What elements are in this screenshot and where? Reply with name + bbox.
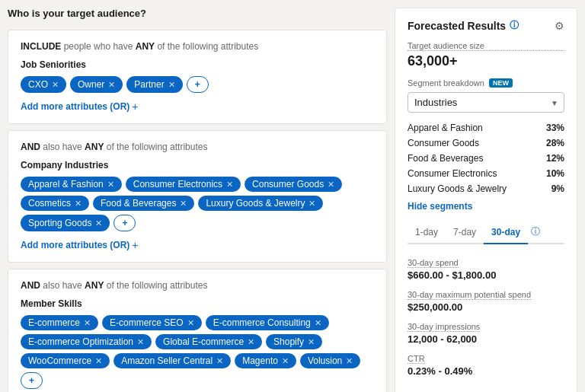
remove-ecommerce-consulting-icon[interactable]: ✕	[315, 318, 321, 328]
remove-sporting-icon[interactable]: ✕	[95, 218, 102, 228]
tab-30-day[interactable]: 30-day	[484, 221, 528, 244]
remove-apparel-icon[interactable]: ✕	[107, 180, 114, 190]
tag-cosmetics[interactable]: Cosmetics ✕	[21, 196, 89, 211]
card-job-seniorities: INCLUDE people who have ANY of the follo…	[8, 30, 387, 124]
add-attributes-or-btn-2[interactable]: Add more attributes (OR) +	[21, 239, 139, 251]
hide-segments-button[interactable]: Hide segments	[408, 201, 564, 212]
stat-label-ctr: CTR	[408, 354, 425, 364]
remove-owner-icon[interactable]: ✕	[108, 80, 115, 90]
segment-row-luxury: Luxury Goods & Jewelry 9%	[408, 181, 564, 196]
tag-partner[interactable]: Partner ✕	[126, 76, 182, 93]
member-skills-tags: E-commerce ✕ E-commerce SEO ✕ E-commerce…	[21, 315, 374, 389]
remove-luxury-icon[interactable]: ✕	[308, 199, 315, 209]
add-attributes-or-btn-1[interactable]: Add more attributes (OR) +	[21, 100, 139, 113]
tag-sporting-goods[interactable]: Sporting Goods ✕	[21, 215, 110, 231]
remove-consumer-elec-icon[interactable]: ✕	[226, 180, 233, 190]
remove-volusion-icon[interactable]: ✕	[346, 356, 353, 366]
stat-value-impressions: 12,000 - 62,000	[408, 333, 564, 345]
tag-consumer-electronics[interactable]: Consumer Electronics ✕	[126, 177, 241, 192]
remove-ecommerce-opt-icon[interactable]: ✕	[137, 337, 144, 347]
tab-7-day[interactable]: 7-day	[446, 221, 484, 244]
tag-ecommerce-optimization[interactable]: E-commerce Optimization ✕	[21, 334, 152, 349]
stats-list: 30-day spend $660.00 - $1,800.00 30-day …	[408, 252, 564, 380]
forecasted-title: Forecasted Results ⓘ	[408, 19, 519, 32]
remove-partner-icon[interactable]: ✕	[168, 80, 175, 90]
stat-label-impressions: 30-day impressions	[408, 322, 480, 332]
stat-label-max-spend: 30-day maximum potential spend	[408, 290, 531, 300]
segment-dropdown[interactable]: Industries Member Skills Job Seniority	[408, 92, 564, 113]
segment-row-food-bev: Food & Beverages 12%	[408, 151, 564, 166]
left-panel: Who is your target audience? INCLUDE peo…	[8, 8, 387, 392]
tabs-row: 1-day 7-day 30-day ⓘ	[408, 221, 564, 244]
segment-dropdown-wrap[interactable]: Industries Member Skills Job Seniority ▼	[408, 92, 564, 113]
tag-shopify[interactable]: Shopify ✕	[266, 334, 322, 349]
tag-amazon-seller[interactable]: Amazon Seller Central ✕	[113, 353, 231, 368]
company-industries-tags: Apparel & Fashion ✕ Consumer Electronics…	[21, 177, 374, 231]
add-plus-icon-1: +	[132, 100, 138, 113]
page-question: Who is your target audience?	[8, 8, 387, 19]
segment-list: Apparel & Fashion 33% Consumer Goods 28%…	[408, 120, 564, 196]
remove-magento-icon[interactable]: ✕	[282, 356, 289, 366]
remove-ecommerce-icon[interactable]: ✕	[84, 318, 91, 328]
add-seniority-tag[interactable]: +	[187, 76, 209, 93]
stat-label-spend: 30-day spend	[408, 258, 459, 268]
right-panel: Forecasted Results ⓘ ⚙ Target audience s…	[395, 8, 577, 392]
remove-woocommerce-icon[interactable]: ✕	[95, 356, 102, 366]
forecasted-header: Forecasted Results ⓘ ⚙	[408, 19, 564, 32]
add-industry-tag[interactable]: +	[113, 215, 136, 231]
remove-ecommerce-seo-icon[interactable]: ✕	[187, 318, 194, 328]
tab-1-day[interactable]: 1-day	[408, 221, 446, 244]
tag-luxury-goods[interactable]: Luxury Goods & Jewelry ✕	[198, 196, 323, 211]
tag-consumer-goods[interactable]: Consumer Goods ✕	[245, 177, 342, 192]
card-company-industries: AND also have ANY of the following attri…	[8, 130, 387, 263]
tag-apparel-fashion[interactable]: Apparel & Fashion ✕	[21, 177, 122, 192]
and-label-2: AND also have ANY of the following attri…	[21, 280, 374, 291]
tag-volusion[interactable]: Volusion ✕	[300, 353, 360, 368]
remove-shopify-icon[interactable]: ✕	[308, 337, 315, 347]
card-member-skills: AND also have ANY of the following attri…	[8, 269, 387, 392]
tag-ecommerce-consulting[interactable]: E-commerce Consulting ✕	[206, 315, 329, 330]
tag-ecommerce[interactable]: E-commerce ✕	[21, 315, 98, 330]
segment-row-consumer-goods: Consumer Goods 28%	[408, 135, 564, 151]
tag-food-beverages[interactable]: Food & Beverages ✕	[93, 196, 194, 211]
segment-breakdown-label: Segment breakdown NEW	[408, 78, 564, 88]
remove-cxo-icon[interactable]: ✕	[52, 80, 59, 90]
segment-row-apparel: Apparel & Fashion 33%	[408, 120, 564, 135]
job-seniorities-title: Job Seniorities	[21, 59, 374, 70]
gear-icon[interactable]: ⚙	[555, 20, 564, 32]
remove-consumer-goods-icon[interactable]: ✕	[328, 180, 334, 190]
tag-cxo[interactable]: CXO ✕	[21, 76, 66, 93]
tag-owner[interactable]: Owner ✕	[70, 76, 123, 93]
company-industries-title: Company Industries	[21, 160, 374, 171]
member-skills-title: Member Skills	[21, 298, 374, 309]
target-audience-value: 63,000+	[408, 53, 564, 69]
new-badge: NEW	[489, 78, 513, 88]
tag-ecommerce-seo[interactable]: E-commerce SEO ✕	[102, 315, 202, 330]
info-icon[interactable]: ⓘ	[510, 19, 519, 32]
remove-global-ecommerce-icon[interactable]: ✕	[248, 337, 254, 347]
tag-global-ecommerce[interactable]: Global E-commerce ✕	[155, 334, 262, 349]
tag-magento[interactable]: Magento ✕	[235, 353, 296, 368]
stat-value-ctr: 0.23% - 0.49%	[408, 365, 564, 377]
remove-food-bev-icon[interactable]: ✕	[180, 199, 187, 209]
add-skill-tag[interactable]: +	[21, 372, 43, 389]
and-label-1: AND also have ANY of the following attri…	[21, 142, 374, 152]
remove-cosmetics-icon[interactable]: ✕	[75, 199, 82, 209]
target-audience-label: Target audience size	[408, 41, 564, 51]
segment-row-consumer-elec: Consumer Electronics 10%	[408, 166, 564, 181]
stat-value-spend: $660.00 - $1,800.00	[408, 269, 564, 281]
include-label: INCLUDE people who have ANY of the follo…	[21, 41, 374, 52]
tag-woocommerce[interactable]: WooCommerce ✕	[21, 353, 110, 368]
remove-amazon-icon[interactable]: ✕	[216, 356, 223, 366]
stat-value-max-spend: $250,000.00	[408, 301, 564, 313]
add-plus-icon-2: +	[132, 239, 138, 251]
job-seniorities-tags: CXO ✕ Owner ✕ Partner ✕ +	[21, 76, 374, 93]
tab-info-icon[interactable]: ⓘ	[528, 221, 543, 243]
